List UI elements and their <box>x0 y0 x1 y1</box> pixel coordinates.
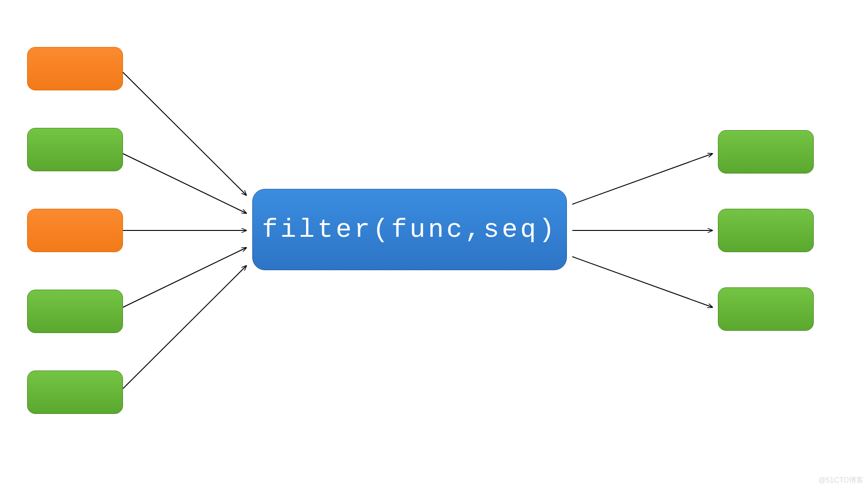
input-box-5 <box>27 371 123 414</box>
arrow-in-5 <box>123 266 246 389</box>
arrow-in-4 <box>123 248 246 307</box>
arrow-out-3 <box>572 257 712 307</box>
watermark: @51CTO博客 <box>818 476 863 485</box>
input-box-2 <box>27 128 123 171</box>
filter-node-label: filter(func,seq) <box>262 215 557 244</box>
input-box-3 <box>27 209 123 252</box>
filter-node: filter(func,seq) <box>252 189 567 270</box>
arrow-in-1 <box>123 72 246 195</box>
arrow-in-2 <box>123 154 246 213</box>
input-box-4 <box>27 290 123 333</box>
output-box-3 <box>718 287 814 331</box>
output-box-2 <box>718 209 814 252</box>
arrow-out-1 <box>572 154 712 204</box>
output-box-1 <box>718 130 814 174</box>
input-box-1 <box>27 47 123 90</box>
